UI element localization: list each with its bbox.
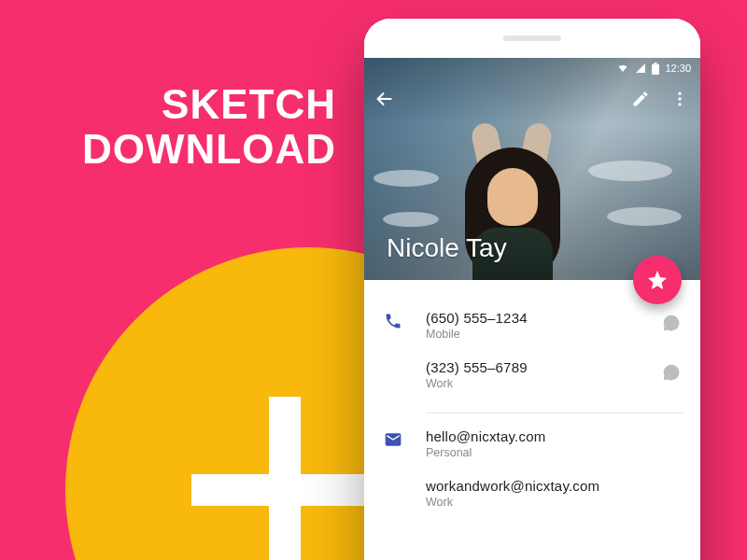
plus-icon xyxy=(191,397,378,560)
contact-name: Nicole Tay xyxy=(387,233,507,263)
phone-section: (650) 555–1234 Mobile (323) 555–6789 Wor… xyxy=(381,301,684,407)
email-row[interactable]: workandwork@nicxtay.com Work xyxy=(381,469,684,518)
phone-label: Mobile xyxy=(426,328,639,341)
email-label: Personal xyxy=(426,446,639,459)
edit-button[interactable] xyxy=(629,88,652,110)
promo-headline-line2: DOWNLOAD xyxy=(56,127,336,172)
status-bar: 12:30 xyxy=(364,58,700,78)
message-button[interactable] xyxy=(660,312,683,334)
app-bar xyxy=(364,78,700,119)
svg-point-3 xyxy=(678,97,681,100)
email-address: workandwork@nicxtay.com xyxy=(426,478,639,494)
message-button[interactable] xyxy=(660,361,683,384)
phone-bezel-top xyxy=(364,19,700,58)
wifi-icon xyxy=(616,63,629,74)
svg-point-4 xyxy=(678,103,681,105)
phone-speaker xyxy=(503,35,561,41)
email-section: hello@nicxtay.com Personal workandwork@n… xyxy=(381,419,684,525)
back-button[interactable] xyxy=(374,88,396,110)
status-time: 12:30 xyxy=(665,63,691,74)
phone-row[interactable]: (650) 555–1234 Mobile xyxy=(381,301,684,350)
contact-details: (650) 555–1234 Mobile (323) 555–6789 Wor… xyxy=(364,280,700,525)
email-icon xyxy=(384,430,402,453)
star-icon xyxy=(646,269,669,291)
phone-device: 12:30 xyxy=(364,19,700,560)
promo-headline-line1: SKETCH xyxy=(56,82,336,127)
phone-screen: 12:30 xyxy=(364,58,700,560)
signal-icon xyxy=(635,63,646,74)
promo-headline: SKETCH DOWNLOAD xyxy=(56,82,336,173)
phone-row[interactable]: (323) 555–6789 Work xyxy=(381,350,684,399)
phone-icon xyxy=(384,312,402,334)
phone-label: Work xyxy=(426,377,639,390)
more-button[interactable] xyxy=(669,88,691,110)
svg-rect-1 xyxy=(655,63,657,64)
contact-hero: Nicole Tay xyxy=(364,58,700,280)
svg-point-2 xyxy=(678,92,681,95)
section-divider xyxy=(426,413,684,413)
email-label: Work xyxy=(426,496,639,509)
phone-number: (323) 555–6789 xyxy=(426,359,639,375)
favorite-fab[interactable] xyxy=(633,256,682,304)
svg-rect-0 xyxy=(652,63,659,74)
phone-number: (650) 555–1234 xyxy=(426,310,639,326)
email-row[interactable]: hello@nicxtay.com Personal xyxy=(381,419,684,469)
email-address: hello@nicxtay.com xyxy=(426,428,639,444)
battery-icon xyxy=(652,63,659,75)
